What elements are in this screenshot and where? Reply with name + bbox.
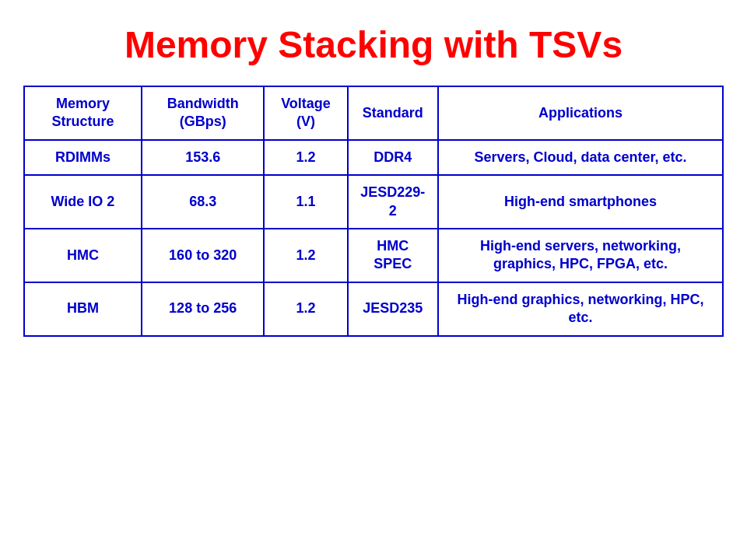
cell-memory_structure-1: Wide IO 2: [24, 175, 142, 229]
cell-applications-3: High-end graphics, networking, HPC, etc.: [438, 282, 723, 336]
col-header-applications: Applications: [438, 86, 723, 140]
table-row: RDIMMs153.61.2DDR4Servers, Cloud, data c…: [24, 140, 723, 175]
cell-standard-1: JESD229-2: [348, 175, 438, 229]
cell-standard-0: DDR4: [348, 140, 438, 175]
table-row: HBM128 to 2561.2JESD235High-end graphics…: [24, 282, 723, 336]
cell-memory_structure-2: HMC: [24, 229, 142, 282]
cell-standard-3: JESD235: [348, 282, 438, 336]
cell-standard-2: HMC SPEC: [348, 229, 438, 282]
table-header-row: Memory Structure Bandwidth (GBps) Voltag…: [24, 86, 723, 140]
cell-voltage-2: 1.2: [264, 229, 347, 282]
cell-applications-1: High-end smartphones: [438, 175, 723, 229]
cell-memory_structure-0: RDIMMs: [24, 140, 142, 175]
cell-memory_structure-3: HBM: [24, 282, 142, 336]
col-header-standard: Standard: [348, 86, 438, 140]
col-header-memory-structure: Memory Structure: [24, 86, 142, 140]
table-row: HMC160 to 3201.2HMC SPECHigh-end servers…: [24, 229, 723, 282]
table-row: Wide IO 268.31.1JESD229-2High-end smartp…: [24, 175, 723, 229]
page-title: Memory Stacking with TSVs: [124, 23, 622, 66]
cell-voltage-1: 1.1: [264, 175, 347, 229]
cell-bandwidth-0: 153.6: [142, 140, 264, 175]
cell-applications-2: High-end servers, networking, graphics, …: [438, 229, 723, 282]
cell-bandwidth-2: 160 to 320: [142, 229, 264, 282]
cell-voltage-0: 1.2: [264, 140, 347, 175]
cell-bandwidth-1: 68.3: [142, 175, 264, 229]
cell-bandwidth-3: 128 to 256: [142, 282, 264, 336]
col-header-bandwidth: Bandwidth (GBps): [142, 86, 264, 140]
col-header-voltage: Voltage (V): [264, 86, 347, 140]
memory-table: Memory Structure Bandwidth (GBps) Voltag…: [23, 86, 724, 337]
cell-voltage-3: 1.2: [264, 282, 347, 336]
cell-applications-0: Servers, Cloud, data center, etc.: [438, 140, 723, 175]
